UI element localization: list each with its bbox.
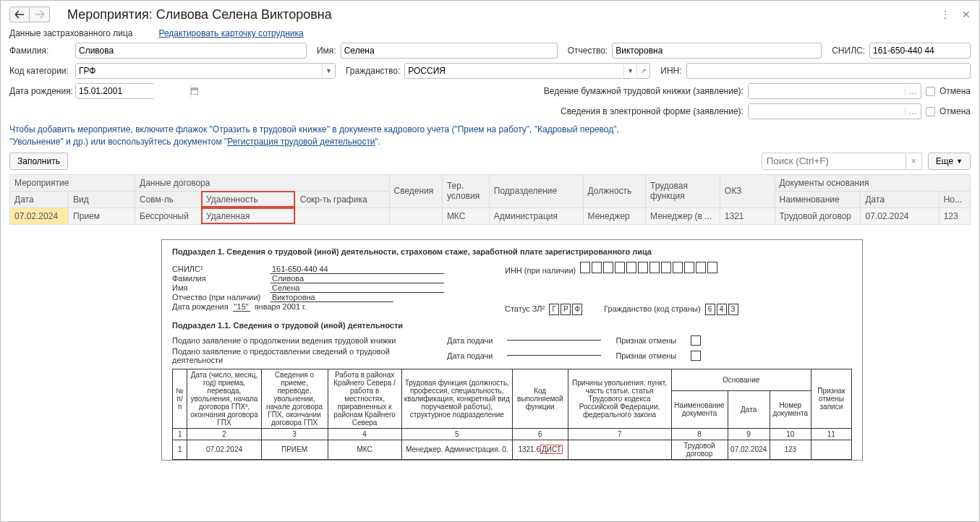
- patronymic-label: Отчество:: [568, 46, 608, 56]
- r-snils: 161-650-440 44: [270, 265, 444, 274]
- cell-udal: Удаленная: [201, 207, 295, 224]
- r-name-label: Имя: [172, 283, 266, 292]
- r-status-boxes: ГРФ: [549, 304, 582, 315]
- surname-label: Фамилия:: [9, 46, 71, 56]
- paper-book-label: Ведение бумажной трудовой книжки (заявле…: [544, 86, 743, 96]
- kebab-icon[interactable]: ⋮: [940, 9, 950, 20]
- cell-trud: Менеджер (в ...: [646, 207, 720, 224]
- th-okz: ОКЗ: [720, 174, 775, 207]
- report-table-row: 1 07.02.2024 ПРИЕМ МКС Менеджер. Админис…: [173, 440, 852, 459]
- category-input[interactable]: [76, 64, 322, 78]
- report-title: Подраздел 1. Сведения о трудовой (иной) …: [172, 247, 852, 256]
- patronymic-input[interactable]: [612, 43, 822, 59]
- r-citizenship-boxes: 643: [705, 304, 738, 315]
- nav-back-button[interactable]: [9, 7, 30, 22]
- paper-book-cancel-checkbox[interactable]: [926, 87, 935, 96]
- table-row[interactable]: 07.02.2024 Прием Бессрочный Удаленная МК…: [10, 207, 971, 224]
- cell-no: 123: [939, 207, 970, 224]
- nav-forward-button[interactable]: [30, 7, 50, 22]
- th-contract: Данные договора: [135, 174, 389, 191]
- th-dolzh: Должность: [583, 174, 646, 207]
- more-button[interactable]: Еще ▼: [928, 153, 971, 170]
- th-date: Дата: [10, 191, 69, 207]
- th-udal: Удаленность: [201, 191, 295, 207]
- cell-sved: [389, 207, 442, 224]
- category-label: Код категории:: [9, 66, 71, 76]
- category-dropdown-button[interactable]: ▼: [322, 64, 335, 78]
- cell-podr: Администрация: [489, 207, 583, 224]
- fill-button[interactable]: Заполнить: [9, 153, 68, 170]
- paper-book-choose-button[interactable]: ...: [905, 87, 921, 95]
- calendar-icon: [191, 87, 198, 95]
- r-elec-label: Подано заявление о предоставлении сведен…: [172, 347, 433, 364]
- electronic-input[interactable]: [749, 104, 905, 119]
- citizenship-dropdown-button[interactable]: ▼: [623, 64, 636, 78]
- search-input[interactable]: [762, 153, 906, 170]
- close-icon[interactable]: ✕: [962, 9, 971, 20]
- page-title: Мероприятия: Сливова Селена Викторовна: [67, 7, 332, 22]
- snils-input[interactable]: [869, 43, 971, 59]
- cell-vid: Прием: [69, 207, 135, 224]
- name-input[interactable]: [341, 43, 558, 59]
- th-no: Но...: [939, 191, 970, 207]
- citizenship-open-button[interactable]: ↗: [636, 64, 649, 78]
- cell-sokr: [295, 207, 389, 224]
- cell-okz: 1321: [720, 207, 775, 224]
- citizenship-label: Гражданство:: [346, 66, 400, 76]
- r-name: Селена: [270, 283, 444, 293]
- dob-calendar-button[interactable]: [190, 84, 198, 98]
- cell-dolzh: Менеджер: [583, 207, 646, 224]
- hint-register-link[interactable]: Регистрация трудовой деятельности: [227, 137, 375, 147]
- events-table[interactable]: Мероприятие Данные договора Сведения Тер…: [9, 174, 971, 225]
- r-citizenship-label: Гражданство (код страны): [604, 304, 700, 313]
- th-ddate: Дата: [861, 191, 939, 207]
- th-sved: Сведения: [389, 174, 442, 207]
- cell-ddate: 07.02.2024: [861, 207, 939, 224]
- edit-employee-link[interactable]: Редактировать карточку сотрудника: [158, 28, 303, 38]
- r-patronymic-label: Отчество (при наличии): [172, 293, 266, 301]
- r-paper-date: [507, 340, 601, 341]
- paper-book-cancel-label: Отмена: [939, 86, 971, 96]
- r-date-submit-2: Дата подачи: [447, 351, 493, 360]
- r-patronymic: Викторовна: [270, 293, 393, 302]
- inn-input[interactable]: [686, 63, 971, 79]
- electronic-choose-button[interactable]: ...: [905, 108, 921, 116]
- search-clear-button[interactable]: ×: [906, 153, 922, 170]
- th-event: Мероприятие: [10, 174, 135, 191]
- r-inn-boxes: [580, 262, 717, 273]
- r-paper-label: Подано заявление о продолжении ведения т…: [172, 336, 433, 345]
- dist-highlight: ДИСТ: [541, 445, 562, 453]
- r-date-submit-1: Дата подачи: [447, 336, 493, 345]
- r-dob: Дата рождения "15" января 2001 г.: [172, 302, 476, 312]
- electronic-cancel-label: Отмена: [939, 106, 971, 116]
- th-trud: Трудовая функция: [646, 174, 720, 207]
- name-label: Имя:: [317, 46, 336, 56]
- th-sokr: Сокр-ть графика: [295, 191, 389, 207]
- dob-input[interactable]: [76, 84, 190, 98]
- citizenship-input[interactable]: [405, 64, 623, 78]
- electronic-label: Сведения в электронной форме (заявление)…: [561, 106, 743, 116]
- hint-text: Чтобы добавить мероприятие, включите фла…: [9, 124, 971, 148]
- cell-sovm: Бессрочный: [135, 207, 202, 224]
- cell-date: 07.02.2024: [10, 207, 69, 224]
- inn-label: ИНН:: [660, 66, 681, 76]
- r-elec-date: [507, 355, 601, 356]
- r-inn-label: ИНН (при наличии): [505, 266, 576, 275]
- report-panel: Подраздел 1. Сведения о трудовой (иной) …: [161, 239, 863, 461]
- r-cancel-flag-2: Признак отмены: [615, 351, 676, 360]
- th-sovm: Совм-ль: [135, 191, 202, 207]
- paper-book-input[interactable]: [749, 84, 905, 98]
- surname-input[interactable]: [75, 43, 307, 59]
- th-ter: Тер. условия: [442, 174, 489, 207]
- th-podr: Подразделение: [489, 174, 583, 207]
- th-docs: Документы основания: [775, 174, 970, 191]
- r-cancel-checkbox-2: [691, 351, 701, 361]
- r-surname: Сливова: [270, 274, 444, 283]
- insured-section-label: Данные застрахованного лица: [9, 28, 132, 38]
- dob-label: Дата рождения:: [9, 86, 71, 96]
- report-subtitle: Подраздел 1.1. Сведения о трудовой (иной…: [172, 321, 852, 330]
- report-table: № п/п Дата (число, месяц, год) приема, п…: [172, 369, 852, 460]
- th-naim: Наименование: [775, 191, 861, 207]
- electronic-cancel-checkbox[interactable]: [926, 107, 935, 116]
- snils-label: СНИЛС:: [832, 46, 865, 56]
